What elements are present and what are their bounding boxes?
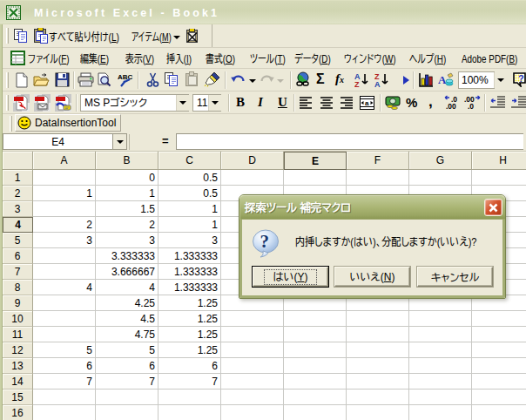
- svg-text:A: A: [438, 73, 447, 86]
- svg-text:.0: .0: [468, 102, 474, 110]
- svg-text:ABC: ABC: [118, 73, 133, 81]
- svg-text:?: ?: [260, 231, 270, 252]
- svg-text:?: ?: [518, 73, 524, 84]
- svg-text:Z: Z: [354, 80, 360, 88]
- svg-text:A: A: [374, 80, 381, 88]
- svg-text:.00: .00: [446, 102, 456, 110]
- svg-text:a: a: [365, 99, 369, 107]
